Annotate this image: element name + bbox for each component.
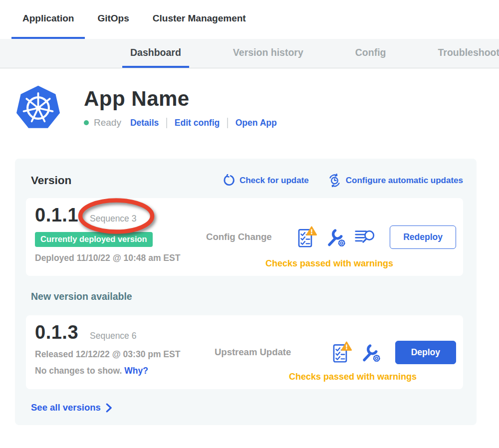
see-all-versions-link[interactable]: See all versions — [31, 402, 463, 413]
scheduled-update-icon — [328, 174, 341, 187]
top-navigation: Application GitOps Cluster Management — [0, 0, 499, 39]
why-link[interactable]: Why? — [124, 366, 148, 376]
available-version-number: 0.1.3 — [35, 322, 78, 343]
deploy-button[interactable]: Deploy — [395, 341, 456, 364]
tab-troubleshoot[interactable]: Troubleshoot — [430, 39, 499, 68]
status-badge: Ready — [94, 117, 121, 128]
refresh-icon — [222, 174, 235, 187]
tab-dashboard[interactable]: Dashboard — [122, 39, 189, 68]
divider — [166, 118, 167, 128]
no-changes-line: No changes to show. Why? — [35, 366, 200, 376]
config-wrench-icon[interactable] — [326, 227, 346, 247]
tab-config[interactable]: Config — [347, 39, 394, 68]
new-version-heading: New version available — [31, 291, 463, 302]
version-section: Version Check for update Configure — [15, 159, 477, 425]
configure-automatic-updates-link[interactable]: Configure automatic updates — [328, 174, 463, 187]
config-wrench-icon[interactable] — [361, 342, 381, 362]
status-dot-icon — [84, 120, 89, 125]
current-checks-status: Checks passed with warnings — [265, 258, 393, 269]
available-sequence-label: Sequence 6 — [90, 331, 136, 341]
topnav-item-application[interactable]: Application — [11, 0, 85, 39]
open-app-link[interactable]: Open App — [236, 118, 277, 128]
kubernetes-logo-icon — [15, 85, 61, 131]
app-header: App Name Ready Details Edit config Open … — [0, 68, 499, 131]
chevron-right-icon — [106, 403, 112, 413]
current-version-number: 0.1.1 — [35, 205, 78, 226]
preflight-checks-warning-icon[interactable] — [297, 226, 317, 248]
redeploy-button[interactable]: Redeploy — [390, 225, 456, 249]
available-version-card: 0.1.3 Sequence 6 Released 12/12/22 @ 03:… — [26, 315, 463, 389]
edit-config-link[interactable]: Edit config — [175, 118, 220, 128]
current-sequence-label: Sequence 3 — [90, 214, 136, 224]
available-checks-status: Checks passed with warnings — [289, 372, 417, 382]
topnav-item-gitops[interactable]: GitOps — [86, 0, 140, 39]
deployed-timestamp: Deployed 11/10/22 @ 10:48 am EST — [35, 253, 191, 263]
page-title: App Name — [84, 87, 277, 111]
app-tab-bar: Dashboard Version history Config Trouble… — [0, 39, 499, 68]
preflight-checks-warning-icon[interactable] — [332, 341, 352, 364]
currently-deployed-badge: Currently deployed version — [35, 232, 153, 247]
details-link[interactable]: Details — [130, 118, 159, 128]
divider — [227, 118, 228, 128]
version-section-title: Version — [31, 174, 71, 187]
tab-version-history[interactable]: Version history — [225, 39, 311, 68]
topnav-item-cluster-management[interactable]: Cluster Management — [142, 0, 257, 39]
check-for-update-link[interactable]: Check for update — [222, 174, 309, 187]
view-diff-icon[interactable] — [354, 228, 375, 246]
current-version-card: 0.1.1 Sequence 3 Currently deployed vers… — [26, 198, 463, 276]
released-timestamp: Released 12/12/22 @ 03:30 pm EST — [35, 349, 200, 360]
